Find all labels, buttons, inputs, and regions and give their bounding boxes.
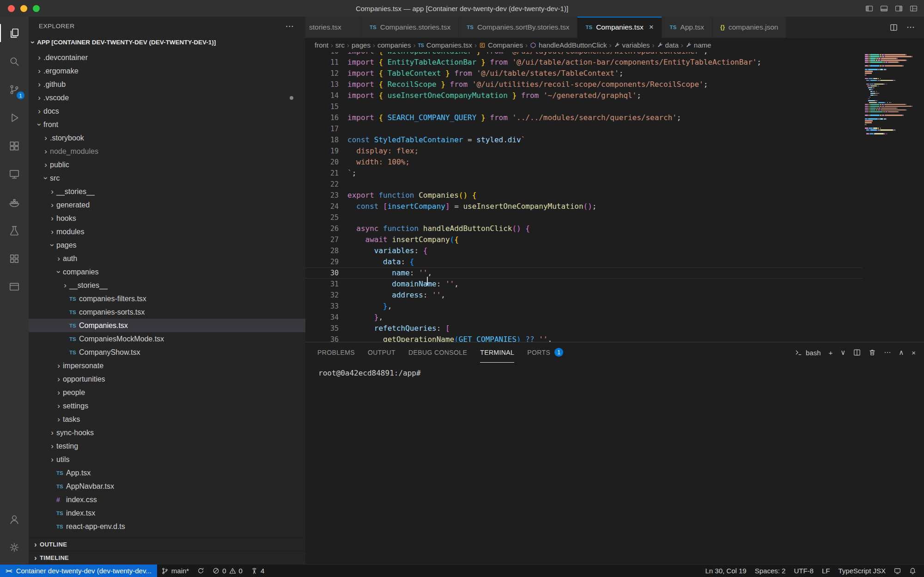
panel-tab-problems[interactable]: PROBLEMS [317, 342, 355, 363]
tree-item-tasks[interactable]: ›tasks [29, 413, 305, 426]
split-terminal-icon[interactable] [853, 349, 861, 356]
code-line-12[interactable]: 12import { TableContext } from '@/ui/tab… [305, 68, 924, 79]
code-line-13[interactable]: 13import { RecoilScope } from '@/ui/util… [305, 79, 924, 90]
tree-item-front[interactable]: ›front [29, 118, 305, 131]
code-line-36[interactable]: 36 getOperationName(GET_COMPANIES) ?? ''… [305, 334, 924, 342]
forwarded-ports-item[interactable]: 4 [247, 565, 268, 577]
language-status-icon[interactable] [890, 565, 905, 577]
tree-item-github[interactable]: ›.github [29, 78, 305, 91]
tree-item-appnavbar-tsx[interactable]: TSAppNavbar.tsx [29, 480, 305, 493]
breadcrumb-data[interactable]: data [657, 41, 679, 49]
more-actions-icon[interactable]: ⋯ [884, 348, 891, 357]
breadcrumb-front[interactable]: front [315, 41, 328, 49]
panel-tab-debug-console[interactable]: DEBUG CONSOLE [408, 342, 467, 363]
tree-item-generated[interactable]: ›generated [29, 198, 305, 212]
breadcrumb-companies[interactable]: Companies [479, 41, 523, 49]
activity-docker[interactable] [0, 188, 29, 216]
code-line-33[interactable]: 33 }, [305, 301, 924, 312]
tab-companies-sortby-stories-tsx[interactable]: TSCompanies.sortBy.stories.tsx [459, 17, 578, 38]
sync-changes-button[interactable] [193, 565, 208, 577]
toggle-primary-sidebar-icon[interactable] [865, 5, 873, 12]
tab-companies-stories-tsx[interactable]: TSCompanies.stories.tsx [362, 17, 459, 38]
tree-item-index-css[interactable]: #index.css [29, 493, 305, 506]
activity-apps[interactable] [0, 244, 29, 273]
activity-explorer[interactable] [0, 19, 29, 47]
code-line-10[interactable]: 10import { WithTopBarContainer } from '@… [305, 52, 924, 57]
activity-source-control[interactable]: 1 [0, 75, 29, 103]
code-line-25[interactable]: 25 [305, 212, 924, 223]
activity-search[interactable] [0, 47, 29, 75]
code-line-23[interactable]: 23export function Companies() { [305, 190, 924, 201]
customize-layout-icon[interactable] [910, 5, 918, 12]
tree-item-stories[interactable]: ›__stories__ [29, 185, 305, 198]
toggle-secondary-sidebar-icon[interactable] [895, 5, 903, 12]
activity-extensions[interactable] [0, 132, 29, 160]
minimize-window-button[interactable] [20, 5, 27, 12]
code-line-15[interactable]: 15 [305, 101, 924, 112]
tree-item-companies-sorts-tsx[interactable]: TScompanies-sorts.tsx [29, 305, 305, 319]
tree-item-pages[interactable]: ›pages [29, 238, 305, 252]
tab-stories-tsx[interactable]: stories.tsx [305, 17, 362, 38]
activity-preview[interactable] [0, 273, 29, 301]
eol-item[interactable]: LF [818, 565, 834, 577]
breadcrumb-companies[interactable]: companies [377, 41, 411, 49]
panel-tab-output[interactable]: OUTPUT [368, 342, 395, 363]
code-line-35[interactable]: 35 refetchQueries: [ [305, 323, 924, 334]
tree-item-docs[interactable]: ›docs [29, 104, 305, 118]
code-line-30[interactable]: 30 name: '', [305, 267, 924, 279]
remote-indicator[interactable]: ><Container dev-twenty-dev (dev-twenty-d… [0, 565, 157, 577]
language-mode-item[interactable]: TypeScript JSX [834, 565, 890, 577]
breadcrumb-src[interactable]: src [335, 41, 345, 49]
toggle-panel-icon[interactable] [880, 5, 888, 12]
tree-item-vscode[interactable]: ›.vscode [29, 91, 305, 104]
tree-item-opportunities[interactable]: ›opportunities [29, 372, 305, 386]
breadcrumb-name[interactable]: name [686, 41, 711, 49]
problems-item[interactable]: 00 [208, 565, 247, 577]
tree-item-companies[interactable]: ›companies [29, 265, 305, 279]
tree-item-hooks[interactable]: ›hooks [29, 212, 305, 225]
breadcrumb-variables[interactable]: variables [614, 41, 650, 49]
code-line-31[interactable]: 31 domainName: '', [305, 279, 924, 290]
panel-tab-ports[interactable]: PORTS1 [527, 342, 563, 363]
explorer-section-header[interactable]: › APP [CONTAINER DEV-TWENTY-DEV (DEV-TWE… [29, 35, 305, 49]
tree-item-modules[interactable]: ›modules [29, 225, 305, 238]
new-terminal-icon[interactable]: + [829, 349, 833, 357]
code-line-18[interactable]: 18const StyledTableContainer = styled.di… [305, 134, 924, 146]
code-line-14[interactable]: 14import { useInsertOneCompanyMutation }… [305, 90, 924, 101]
activity-remote-explorer[interactable] [0, 160, 29, 188]
close-panel-icon[interactable]: × [912, 349, 916, 357]
tree-item-storybook[interactable]: ›.storybook [29, 131, 305, 145]
tree-item-src[interactable]: ›src [29, 171, 305, 185]
tree-item-index-tsx[interactable]: TSindex.tsx [29, 506, 305, 520]
activity-testing[interactable] [0, 216, 29, 244]
split-editor-icon[interactable] [890, 24, 898, 31]
activity-account[interactable] [0, 505, 29, 533]
outline-section[interactable]: › OUTLINE [29, 537, 305, 551]
activity-run-and-debug[interactable] [0, 103, 29, 132]
tab-app-tsx[interactable]: TSApp.tsx [662, 17, 712, 38]
tree-item-companies-tsx[interactable]: TSCompanies.tsx [29, 319, 305, 332]
code-line-32[interactable]: 32 address: '', [305, 290, 924, 301]
tree-item-react-app-env-d-ts[interactable]: TSreact-app-env.d.ts [29, 520, 305, 533]
close-window-button[interactable] [8, 5, 15, 12]
code-line-19[interactable]: 19 display: flex; [305, 146, 924, 157]
tree-item-people[interactable]: ›people [29, 386, 305, 399]
git-branch-item[interactable]: main* [157, 565, 193, 577]
notifications-bell-icon[interactable] [905, 565, 920, 577]
code-line-11[interactable]: 11import { EntityTableActionBar } from '… [305, 57, 924, 68]
panel-tab-terminal[interactable]: TERMINAL [480, 342, 514, 363]
code-line-28[interactable]: 28 variables: { [305, 245, 924, 256]
tree-item-stories[interactable]: ›__stories__ [29, 279, 305, 292]
code-line-29[interactable]: 29 data: { [305, 256, 924, 267]
tree-item-public[interactable]: ›public [29, 158, 305, 171]
breadcrumb-pages[interactable]: pages [352, 41, 371, 49]
code-line-26[interactable]: 26 async function handleAddButtonClick()… [305, 223, 924, 234]
close-tab-icon[interactable]: × [649, 23, 654, 32]
kill-terminal-icon[interactable] [869, 349, 876, 356]
terminal-content[interactable]: root@0a42ecd84891:/app# [305, 363, 924, 564]
code-line-34[interactable]: 34 }, [305, 312, 924, 323]
tree-item-impersonate[interactable]: ›impersonate [29, 359, 305, 372]
minimap[interactable] [862, 52, 924, 342]
encoding-item[interactable]: UTF-8 [790, 565, 818, 577]
code-line-24[interactable]: 24 const [insertCompany] = useInsertOneC… [305, 201, 924, 212]
